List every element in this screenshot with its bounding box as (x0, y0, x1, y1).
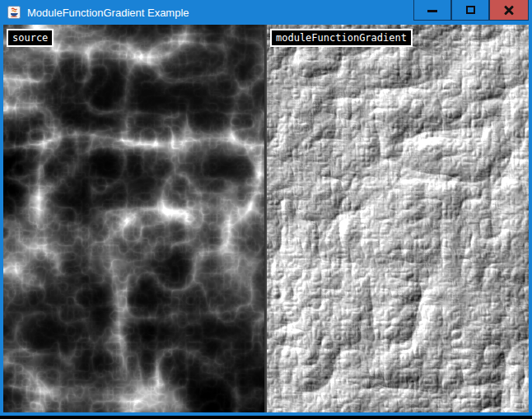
close-button[interactable] (489, 0, 529, 21)
maximize-button[interactable] (451, 0, 489, 21)
app-window: ModuleFunctionGradient Example source mo… (0, 0, 532, 416)
source-label: source (7, 29, 54, 47)
content-area: source moduleFunctionGradient (3, 25, 529, 412)
source-label-text: source (12, 32, 48, 44)
module-function-gradient-image (267, 25, 529, 412)
titlebar[interactable]: ModuleFunctionGradient Example (3, 0, 529, 25)
close-icon (503, 4, 515, 16)
java-coffee-cup-icon[interactable] (7, 6, 21, 19)
panel-module-function-gradient: moduleFunctionGradient (267, 25, 529, 412)
window-title: ModuleFunctionGradient Example (27, 7, 189, 19)
minimize-icon (427, 10, 437, 12)
minimize-button[interactable] (413, 0, 451, 21)
titlebar-buttons (413, 0, 529, 21)
source-noise-image (3, 25, 264, 412)
panel-source: source (3, 25, 264, 412)
maximize-icon (466, 6, 475, 14)
module-function-gradient-label: moduleFunctionGradient (270, 29, 413, 47)
module-function-gradient-label-text: moduleFunctionGradient (276, 32, 407, 44)
